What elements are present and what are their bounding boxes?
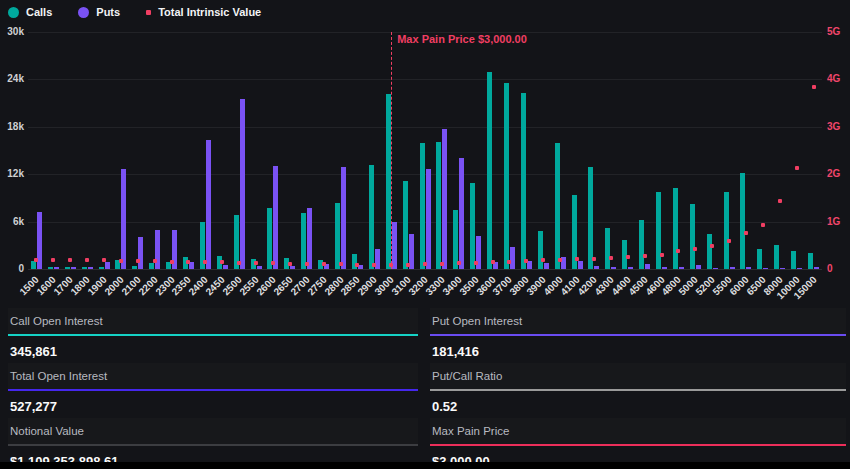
call-bar[interactable] [369,165,374,269]
intrinsic-value-dot[interactable] [660,253,664,257]
intrinsic-value-dot[interactable] [727,239,731,243]
intrinsic-value-dot[interactable] [406,263,410,267]
call-bar[interactable] [31,261,36,269]
call-bar[interactable] [82,267,87,269]
put-bar[interactable] [290,266,295,269]
intrinsic-value-dot[interactable] [186,260,190,264]
put-bar[interactable] [341,167,346,269]
call-bar[interactable] [48,267,53,269]
put-bar[interactable] [138,237,143,269]
intrinsic-value-dot[interactable] [491,260,495,264]
intrinsic-value-dot[interactable] [68,258,72,262]
put-bar[interactable] [645,264,650,269]
put-bar[interactable] [155,230,160,269]
intrinsic-value-dot[interactable] [795,166,799,170]
put-bar[interactable] [696,265,701,269]
intrinsic-value-dot[interactable] [271,261,275,265]
put-bar[interactable] [763,268,768,269]
put-bar[interactable] [307,208,312,269]
intrinsic-value-dot[interactable] [136,259,140,263]
intrinsic-value-dot[interactable] [812,85,816,89]
call-bar[interactable] [774,245,779,269]
put-bar[interactable] [662,267,667,269]
call-bar[interactable] [673,188,678,269]
call-bar[interactable] [470,183,475,269]
intrinsic-value-dot[interactable] [609,256,613,260]
intrinsic-value-dot[interactable] [592,257,596,261]
put-bar[interactable] [121,169,126,269]
call-bar[interactable] [707,234,712,269]
put-bar[interactable] [442,129,447,269]
call-bar[interactable] [690,204,695,269]
call-bar[interactable] [436,142,441,269]
intrinsic-value-dot[interactable] [119,259,123,263]
call-bar[interactable] [791,251,796,269]
intrinsic-value-dot[interactable] [34,258,38,262]
intrinsic-value-dot[interactable] [220,260,224,264]
put-bar[interactable] [679,267,684,269]
put-bar[interactable] [746,267,751,269]
call-bar[interactable] [757,249,762,269]
call-bar[interactable] [301,213,306,269]
intrinsic-value-dot[interactable] [474,261,478,265]
legend-item-puts[interactable]: Puts [78,6,120,18]
call-bar[interactable] [504,83,509,269]
intrinsic-value-dot[interactable] [558,258,562,262]
options-oi-chart[interactable]: Max Pain Price $3,000.00 [28,32,822,270]
intrinsic-value-dot[interactable] [744,231,748,235]
call-bar[interactable] [808,253,813,269]
call-bar[interactable] [740,173,745,269]
put-bar[interactable] [71,267,76,269]
call-bar[interactable] [538,231,543,269]
intrinsic-value-dot[interactable] [423,262,427,266]
call-bar[interactable] [267,208,272,269]
put-bar[interactable] [780,268,785,269]
intrinsic-value-dot[interactable] [541,258,545,262]
call-bar[interactable] [99,267,104,269]
intrinsic-value-dot[interactable] [575,257,579,261]
intrinsic-value-dot[interactable] [85,258,89,262]
put-bar[interactable] [814,267,819,269]
put-bar[interactable] [240,99,245,269]
intrinsic-value-dot[interactable] [693,247,697,251]
put-bar[interactable] [713,268,718,269]
call-bar[interactable] [487,72,492,269]
intrinsic-value-dot[interactable] [322,262,326,266]
intrinsic-value-dot[interactable] [288,262,292,266]
put-bar[interactable] [273,166,278,269]
call-bar[interactable] [352,254,357,269]
intrinsic-value-dot[interactable] [778,199,782,203]
put-bar[interactable] [54,267,59,269]
intrinsic-value-dot[interactable] [676,249,680,253]
intrinsic-value-dot[interactable] [626,255,630,259]
put-bar[interactable] [426,169,431,269]
put-bar[interactable] [628,267,633,269]
call-bar[interactable] [521,93,526,269]
intrinsic-value-dot[interactable] [710,244,714,248]
intrinsic-value-dot[interactable] [507,260,511,264]
put-bar[interactable] [88,267,93,269]
call-bar[interactable] [403,181,408,269]
intrinsic-value-dot[interactable] [643,254,647,258]
put-bar[interactable] [206,140,211,269]
put-bar[interactable] [611,267,616,269]
legend-item-total-intrinsic-value[interactable]: Total Intrinsic Value [146,6,261,18]
intrinsic-value-dot[interactable] [305,262,309,266]
call-bar[interactable] [656,192,661,269]
intrinsic-value-dot[interactable] [51,258,55,262]
call-bar[interactable] [386,94,391,269]
intrinsic-value-dot[interactable] [170,260,174,264]
call-bar[interactable] [65,267,70,269]
intrinsic-value-dot[interactable] [254,261,258,265]
intrinsic-value-dot[interactable] [524,259,528,263]
intrinsic-value-dot[interactable] [761,223,765,227]
legend-item-calls[interactable]: Calls [8,6,52,18]
intrinsic-value-dot[interactable] [102,258,106,262]
put-bar[interactable] [510,247,515,269]
call-bar[interactable] [420,143,425,269]
intrinsic-value-dot[interactable] [339,262,343,266]
put-bar[interactable] [594,266,599,269]
call-bar[interactable] [588,167,593,269]
call-bar[interactable] [605,228,610,269]
call-bar[interactable] [149,263,154,269]
